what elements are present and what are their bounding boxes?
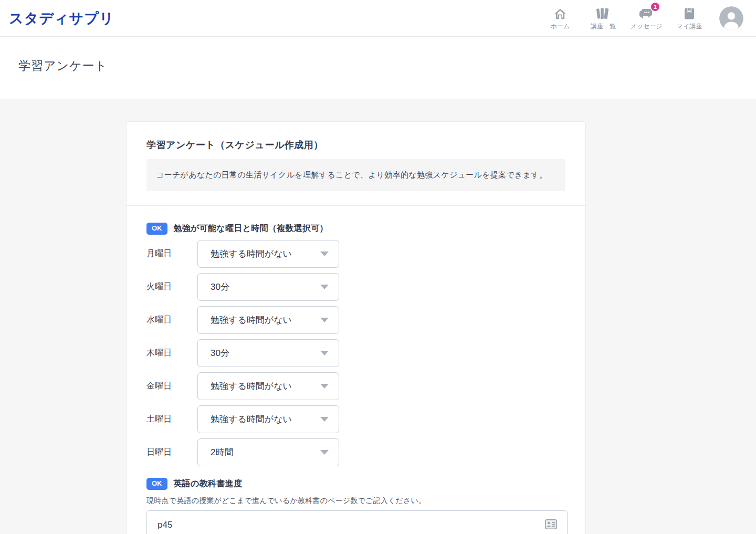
textbook-page-input[interactable] — [146, 510, 568, 534]
nav-course-list-label: 講座一覧 — [591, 22, 616, 31]
notification-badge: 1 — [650, 2, 660, 12]
saturday-select-value: 勉強する時間がない — [211, 413, 292, 425]
nav-my-courses[interactable]: マイ講座 — [668, 6, 711, 31]
tuesday-select-value: 30分 — [211, 281, 229, 293]
avatar[interactable] — [719, 6, 743, 30]
nav-course-list[interactable]: 講座一覧 — [582, 6, 625, 31]
day-row-friday: 金曜日 勉強する時間がない — [146, 372, 565, 400]
my-courses-icon — [682, 6, 696, 20]
friday-select-value: 勉強する時間がない — [211, 380, 292, 392]
page-title: 学習アンケート — [18, 58, 756, 74]
section-title-english-textbook: 英語の教科書進度 — [174, 478, 243, 489]
monday-select[interactable]: 勉強する時間がない — [197, 240, 339, 268]
nav-messages[interactable]: 1 メッセージ — [625, 6, 668, 31]
sunday-select-value: 2時間 — [211, 446, 233, 458]
page-title-bar: 学習アンケート — [0, 37, 756, 99]
day-row-sunday: 日曜日 2時間 — [146, 438, 565, 466]
nav-messages-label: メッセージ — [630, 22, 662, 31]
section-title-schedule: 勉強が可能な曜日と時間（複数選択可） — [174, 223, 329, 234]
day-row-thursday: 木曜日 30分 — [146, 339, 565, 367]
autofill-contact-icon[interactable] — [545, 519, 557, 531]
monday-select-value: 勉強する時間がない — [211, 248, 292, 260]
section-heading-schedule: OK 勉強が可能な曜日と時間（複数選択可） — [146, 223, 565, 235]
survey-card: 学習アンケート（スケジュール作成用） コーチがあなたの日常の生活サイクルを理解す… — [126, 121, 586, 534]
survey-form: OK 勉強が可能な曜日と時間（複数選択可） 月曜日 勉強する時間がない 火曜日 … — [127, 206, 585, 534]
saturday-select[interactable]: 勉強する時間がない — [197, 405, 339, 433]
day-rows: 月曜日 勉強する時間がない 火曜日 30分 水曜日 — [146, 240, 565, 466]
chevron-down-icon — [320, 351, 329, 355]
friday-select[interactable]: 勉強する時間がない — [197, 372, 339, 400]
messages-icon: 1 — [638, 6, 654, 20]
chevron-down-icon — [320, 318, 329, 322]
survey-card-header: 学習アンケート（スケジュール作成用） コーチがあなたの日常の生活サイクルを理解す… — [127, 122, 585, 205]
section-heading-english-textbook: OK 英語の教科書進度 — [146, 478, 565, 490]
textbook-page-input-wrap — [146, 510, 568, 534]
survey-title: 学習アンケート（スケジュール作成用） — [146, 139, 565, 151]
chevron-down-icon — [320, 417, 329, 422]
wednesday-select-value: 勉強する時間がない — [211, 314, 292, 326]
day-label-friday: 金曜日 — [146, 381, 197, 392]
day-label-thursday: 木曜日 — [146, 348, 197, 359]
day-label-tuesday: 火曜日 — [146, 281, 197, 292]
textbook-progress-description: 現時点で英語の授業がどこまで進んでいるか教科書のページ数でご記入ください。 — [146, 496, 565, 506]
thursday-select[interactable]: 30分 — [197, 339, 339, 367]
chevron-down-icon — [320, 252, 329, 256]
home-icon — [553, 6, 567, 20]
wednesday-select[interactable]: 勉強する時間がない — [197, 306, 339, 334]
primary-nav: ホーム 講座一覧 1 — [539, 6, 743, 31]
day-row-saturday: 土曜日 勉強する時間がない — [146, 405, 565, 433]
nav-home[interactable]: ホーム — [539, 6, 582, 31]
tuesday-select[interactable]: 30分 — [197, 273, 339, 301]
day-label-monday: 月曜日 — [146, 248, 197, 259]
nav-my-courses-label: マイ講座 — [677, 22, 702, 31]
thursday-select-value: 30分 — [211, 347, 229, 359]
day-label-wednesday: 水曜日 — [146, 315, 197, 326]
chevron-down-icon — [320, 285, 329, 289]
day-row-tuesday: 火曜日 30分 — [146, 273, 565, 301]
chevron-down-icon — [320, 384, 329, 389]
status-badge-ok: OK — [146, 478, 167, 490]
day-row-wednesday: 水曜日 勉強する時間がない — [146, 306, 565, 334]
sunday-select[interactable]: 2時間 — [197, 438, 339, 466]
day-row-monday: 月曜日 勉強する時間がない — [146, 240, 565, 268]
status-badge-ok: OK — [146, 223, 167, 235]
info-text: コーチがあなたの日常の生活サイクルを理解することで、より効率的な勉強スケジュール… — [156, 170, 556, 180]
chevron-down-icon — [320, 450, 329, 455]
main-content: 学習アンケート（スケジュール作成用） コーチがあなたの日常の生活サイクルを理解す… — [0, 99, 756, 534]
app-logo[interactable]: スタディサプリ — [9, 9, 114, 28]
courses-icon — [595, 6, 611, 20]
day-label-saturday: 土曜日 — [146, 414, 197, 425]
info-box: コーチがあなたの日常の生活サイクルを理解することで、より効率的な勉強スケジュール… — [146, 159, 565, 191]
top-nav-bar: スタディサプリ ホーム 講座一覧 — [0, 0, 756, 37]
day-label-sunday: 日曜日 — [146, 447, 197, 458]
nav-home-label: ホーム — [551, 22, 570, 31]
